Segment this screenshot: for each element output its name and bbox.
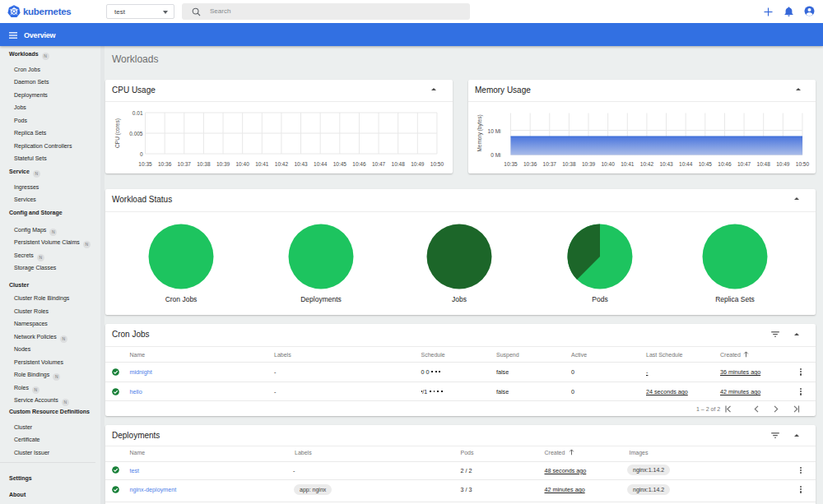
svg-text:10:37: 10:37 — [178, 161, 192, 167]
svg-text:10:42: 10:42 — [275, 161, 289, 167]
svg-text:10:47: 10:47 — [737, 161, 751, 167]
svg-text:10 Mi: 10 Mi — [488, 128, 501, 134]
svg-text:Cron Jobs: Cron Jobs — [165, 295, 198, 303]
svg-text:10:37: 10:37 — [543, 161, 557, 167]
svg-text:0: 0 — [140, 151, 143, 157]
svg-text:10:48: 10:48 — [392, 161, 406, 167]
svg-text:10:43: 10:43 — [659, 161, 673, 167]
svg-text:10:45: 10:45 — [333, 161, 347, 167]
svg-text:10:48: 10:48 — [757, 161, 771, 167]
svg-text:10:35: 10:35 — [504, 161, 518, 167]
svg-text:10:36: 10:36 — [523, 161, 537, 167]
svg-text:0 Mi: 0 Mi — [491, 152, 500, 158]
svg-text:Pods: Pods — [592, 295, 607, 303]
svg-text:Deployments: Deployments — [300, 295, 342, 303]
svg-text:10:49: 10:49 — [776, 161, 790, 167]
svg-text:10:44: 10:44 — [314, 161, 328, 167]
svg-text:10:40: 10:40 — [236, 161, 250, 167]
svg-text:10:44: 10:44 — [679, 161, 693, 167]
svg-text:Memory (bytes): Memory (bytes) — [477, 114, 483, 151]
svg-text:10:41: 10:41 — [621, 161, 635, 167]
svg-text:0.01: 0.01 — [133, 110, 143, 116]
svg-text:10:35: 10:35 — [138, 161, 152, 167]
svg-text:10:38: 10:38 — [562, 161, 576, 167]
svg-text:10:39: 10:39 — [216, 161, 230, 167]
svg-text:10:38: 10:38 — [197, 161, 211, 167]
svg-text:10:46: 10:46 — [352, 161, 366, 167]
svg-text:10:40: 10:40 — [602, 161, 616, 167]
svg-text:10:46: 10:46 — [718, 161, 732, 167]
svg-text:0.005: 0.005 — [129, 131, 143, 136]
svg-text:Jobs: Jobs — [452, 295, 467, 303]
svg-text:10:41: 10:41 — [255, 161, 269, 167]
svg-text:10:39: 10:39 — [582, 161, 596, 167]
svg-text:10:49: 10:49 — [411, 161, 425, 167]
svg-text:10:45: 10:45 — [699, 161, 713, 167]
svg-text:Replica Sets: Replica Sets — [715, 295, 755, 303]
svg-text:10:36: 10:36 — [158, 161, 172, 167]
svg-text:CPU (cores): CPU (cores) — [114, 118, 121, 148]
svg-text:10:50: 10:50 — [796, 161, 810, 167]
svg-text:10:42: 10:42 — [640, 161, 654, 167]
svg-text:10:50: 10:50 — [430, 161, 444, 167]
svg-text:10:43: 10:43 — [294, 161, 308, 167]
svg-text:10:47: 10:47 — [372, 161, 386, 167]
